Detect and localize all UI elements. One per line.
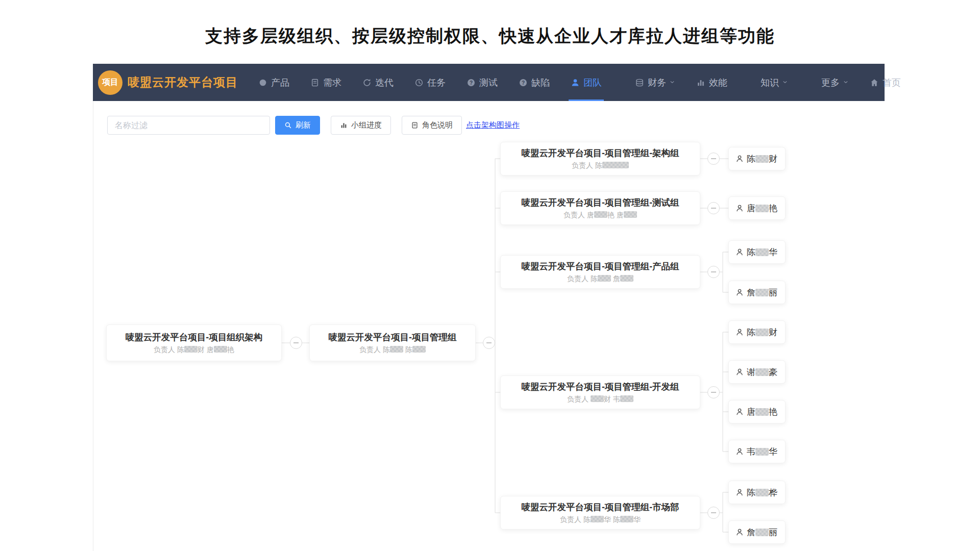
member-chip[interactable]: 陈财: [728, 147, 786, 170]
org-node-group-3[interactable]: 唛盟云开发平台项目-项目管理组-产品组负责人 陈 詹: [500, 255, 700, 289]
member-chip[interactable]: 陈华: [728, 240, 786, 264]
org-node-leaders: 负责人 陈 陈: [359, 345, 426, 355]
censored-text: [591, 516, 604, 522]
member-chip[interactable]: 詹丽: [728, 520, 786, 544]
censored-text: [390, 346, 403, 353]
member-name: 詹丽: [747, 287, 777, 298]
censored-text: [624, 211, 637, 218]
org-node-leaders: 负责人 唐艳 唐: [564, 211, 637, 220]
person-outline-icon: [736, 248, 744, 256]
connector-lines: [0, 0, 980, 551]
member-name: 陈财: [747, 153, 777, 165]
censored-text: [184, 346, 198, 353]
collapse-toggle[interactable]: [707, 202, 720, 214]
member-chip[interactable]: 詹丽: [728, 281, 786, 304]
member-name: 韦华: [747, 446, 777, 458]
org-node-leaders: 负责人 陈财 唐艳: [154, 345, 234, 355]
org-node-title: 唛盟云开发平台项目-项目管理组-市场部: [521, 501, 679, 513]
minus-icon: [486, 342, 492, 343]
screen: 支持多层级组织、按层级控制权限、快速从企业人才库拉人进组等功能 项目 唛盟云开发…: [0, 0, 980, 551]
minus-icon: [711, 158, 716, 159]
org-node-manager[interactable]: 唛盟云开发平台项目-项目管理组负责人 陈 陈: [309, 324, 476, 361]
member-name: 陈华: [747, 246, 777, 258]
person-outline-icon: [736, 368, 744, 376]
member-chip[interactable]: 谢豪: [728, 360, 786, 384]
org-node-leaders: 负责人 陈华 陈华: [560, 515, 641, 524]
censored-text: [755, 368, 769, 376]
collapse-toggle[interactable]: [483, 337, 495, 349]
person-outline-icon: [736, 408, 744, 416]
org-node-leaders: 负责人 陈 詹: [567, 274, 633, 284]
person-outline-icon: [736, 488, 744, 496]
member-name: 唐艳: [747, 203, 777, 214]
censored-text: [755, 329, 769, 336]
censored-text: [620, 516, 633, 522]
org-node-leaders: 负责人 陈: [572, 161, 629, 170]
minus-icon: [293, 342, 299, 343]
censored-text: [755, 529, 769, 536]
org-node-group-4[interactable]: 唛盟云开发平台项目-项目管理组-开发组负责人 财 韦: [500, 375, 700, 409]
collapse-toggle[interactable]: [290, 337, 302, 349]
person-outline-icon: [736, 288, 744, 296]
person-outline-icon: [736, 528, 744, 536]
censored-text: [620, 275, 633, 282]
org-node-group-2[interactable]: 唛盟云开发平台项目-项目管理组-测试组负责人 唐艳 唐: [500, 191, 700, 225]
censored-text: [214, 346, 227, 353]
censored-text: [602, 162, 629, 168]
member-name: 陈财: [747, 327, 777, 338]
member-name: 唐艳: [747, 406, 777, 418]
org-node-group-1[interactable]: 唛盟云开发平台项目-项目管理组-架构组负责人 陈: [500, 142, 700, 176]
censored-text: [755, 205, 769, 212]
org-node-title: 唛盟云开发平台项目-项目管理组-测试组: [521, 196, 679, 209]
censored-text: [755, 289, 769, 296]
censored-text: [412, 346, 426, 353]
org-node-group-5[interactable]: 唛盟云开发平台项目-项目管理组-市场部负责人 陈华 陈华: [500, 496, 700, 530]
censored-text: [755, 448, 769, 456]
minus-icon: [711, 512, 716, 513]
censored-text: [755, 408, 769, 416]
member-name: 詹丽: [747, 527, 777, 538]
member-chip[interactable]: 陈桦: [728, 481, 786, 504]
org-node-title: 唛盟云开发平台项目-项目组织架构: [126, 331, 262, 343]
org-node-title: 唛盟云开发平台项目-项目管理组: [329, 331, 457, 343]
person-outline-icon: [736, 328, 744, 336]
member-chip[interactable]: 唐艳: [728, 400, 786, 423]
org-chart-canvas: 唛盟云开发平台项目-项目组织架构负责人 陈财 唐艳唛盟云开发平台项目-项目管理组…: [0, 0, 980, 551]
minus-icon: [711, 208, 716, 209]
member-chip[interactable]: 唐艳: [728, 196, 786, 220]
org-node-title: 唛盟云开发平台项目-项目管理组-架构组: [521, 147, 679, 159]
collapse-toggle[interactable]: [707, 266, 720, 278]
member-chip[interactable]: 韦华: [728, 440, 786, 463]
org-node-leaders: 负责人 财 韦: [567, 395, 633, 404]
org-node-title: 唛盟云开发平台项目-项目管理组-产品组: [521, 260, 679, 272]
collapse-toggle[interactable]: [707, 153, 720, 165]
org-node-title: 唛盟云开发平台项目-项目管理组-开发组: [521, 381, 679, 393]
member-chip[interactable]: 陈财: [728, 320, 786, 344]
minus-icon: [711, 271, 716, 272]
censored-text: [591, 395, 604, 402]
censored-text: [755, 155, 769, 163]
censored-text: [755, 489, 769, 496]
person-outline-icon: [736, 155, 744, 163]
censored-text: [620, 395, 633, 402]
org-node-root[interactable]: 唛盟云开发平台项目-项目组织架构负责人 陈财 唐艳: [106, 324, 282, 361]
censored-text: [755, 248, 769, 256]
person-outline-icon: [736, 447, 744, 456]
collapse-toggle[interactable]: [707, 386, 720, 398]
member-name: 谢豪: [747, 366, 777, 378]
minus-icon: [711, 392, 716, 393]
person-outline-icon: [736, 204, 744, 212]
censored-text: [594, 211, 607, 218]
member-name: 陈桦: [747, 487, 777, 498]
censored-text: [598, 275, 611, 282]
collapse-toggle[interactable]: [707, 507, 720, 519]
